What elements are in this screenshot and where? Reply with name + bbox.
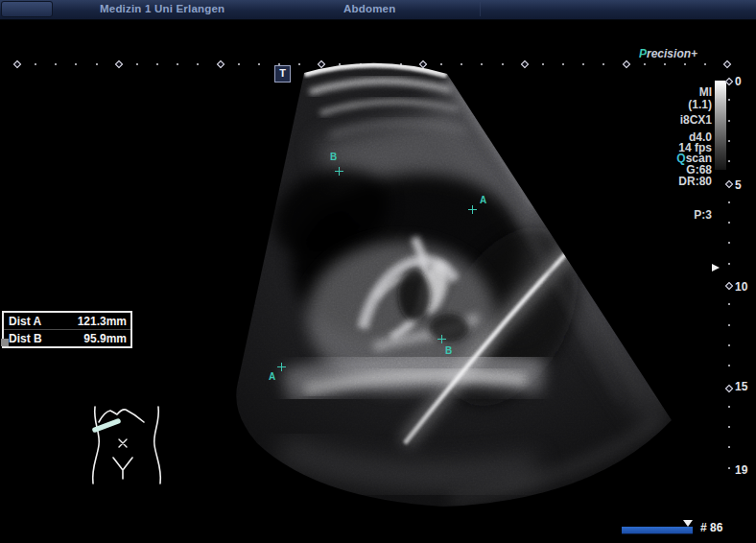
- measurement-label: Dist B: [9, 332, 42, 345]
- body-marker[interactable]: [88, 399, 165, 495]
- caliper-cross-a2[interactable]: [277, 363, 286, 371]
- caliper-label-b2: B: [445, 346, 452, 356]
- caliper-label-a: A: [480, 196, 486, 205]
- measurement-panel[interactable]: Dist A 121.3mm Dist B 95.9mm: [2, 311, 132, 348]
- measurement-label: Dist A: [9, 315, 41, 328]
- ultrasound-screen: Medizin 1 Uni Erlangen Abdomen: [0, 0, 756, 543]
- measurement-panel-handle[interactable]: [1, 339, 9, 346]
- caliper-cross-a[interactable]: [468, 205, 477, 214]
- caliper-label-b: B: [330, 153, 337, 162]
- measurement-row: Dist B 95.9mm: [4, 329, 130, 346]
- measurement-row: Dist A 121.3mm: [4, 313, 130, 329]
- measurement-value: 95.9mm: [83, 332, 127, 345]
- caliper-label-a2: A: [269, 372, 275, 382]
- caliper-cross-b[interactable]: [335, 167, 343, 176]
- caliper-cross-b2[interactable]: [437, 335, 446, 343]
- measurement-value: 121.3mm: [78, 315, 127, 328]
